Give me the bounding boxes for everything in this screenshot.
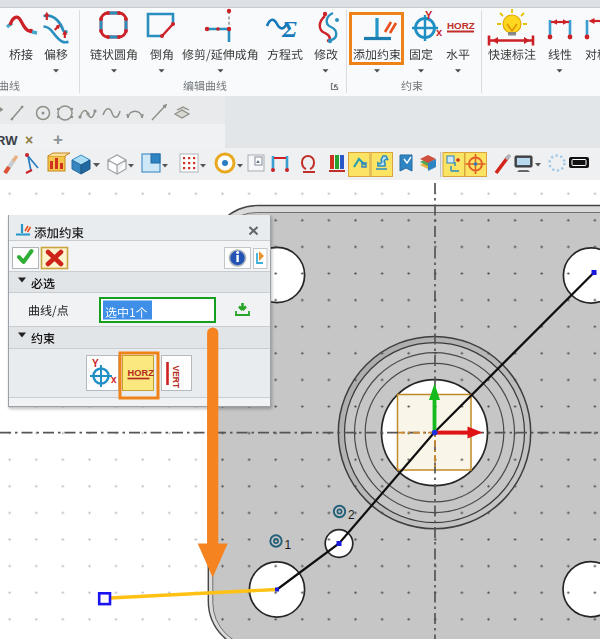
svg-text:Σ: Σ <box>281 16 297 42</box>
svg-text:VERT: VERT <box>171 366 181 389</box>
svg-text:x: x <box>436 26 443 38</box>
svg-text:x: x <box>111 374 117 385</box>
svg-text:HORZ: HORZ <box>128 368 155 378</box>
svg-text:Y: Y <box>425 9 433 21</box>
svg-text:HORZ: HORZ <box>447 20 475 31</box>
svg-text:Y: Y <box>92 358 99 369</box>
svg-text:1: 1 <box>285 538 292 552</box>
svg-text:2: 2 <box>348 508 355 522</box>
